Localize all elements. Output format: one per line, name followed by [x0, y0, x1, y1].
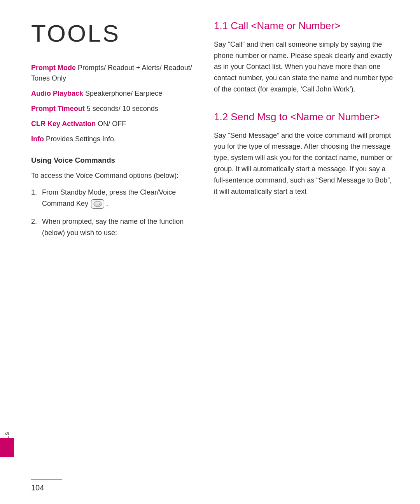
- feature-prompt-timeout: Prompt Timeout 5 seconds/ 10 seconds: [31, 104, 194, 114]
- footer: 104: [31, 479, 397, 493]
- clr-key-text: ON/ OFF: [96, 120, 126, 128]
- feature-audio-playback: Audio Playback Speakerphone/ Earpiece: [31, 88, 194, 99]
- page-container: TOOLS TOOLS Prompt Mode Prompts/ Readout…: [0, 0, 420, 504]
- section-1-2-title: 1.2 Send Msg to <Name or Number>: [214, 111, 397, 124]
- main-content: TOOLS Prompt Mode Prompts/ Readout + Ale…: [0, 0, 420, 504]
- sidebar-area: TOOLS: [0, 175, 14, 457]
- clr-key-label: CLR Key Activation: [31, 120, 96, 128]
- voice-intro-text: To access the Voice Command options (bel…: [31, 170, 194, 181]
- voice-commands-section: Using Voice Commands To access the Voice…: [31, 156, 194, 239]
- step-1-period: .: [106, 200, 108, 207]
- step-2-text: When prompted, say the name of the funct…: [42, 218, 184, 237]
- feature-info: Info Provides Settings Info.: [31, 134, 194, 144]
- section-1-1-title: 1.1 Call <Name or Number>: [214, 19, 397, 33]
- clr-key-icon: CLR: [91, 199, 104, 209]
- left-column: TOOLS Prompt Mode Prompts/ Readout + Ale…: [31, 19, 194, 481]
- prompt-mode-label: Prompt Mode: [31, 64, 76, 72]
- footer-line: [31, 479, 62, 480]
- steps-list: From Standby Mode, press the Clear/Voice…: [31, 187, 194, 239]
- prompt-timeout-text: 5 seconds/ 10 seconds: [85, 105, 158, 112]
- right-column: 1.1 Call <Name or Number> Say “Call” and…: [214, 19, 397, 481]
- svg-text:CLR: CLR: [94, 203, 101, 206]
- section-1-1-body: Say “Call” and then call someone simply …: [214, 39, 397, 95]
- audio-playback-text: Speakerphone/ Earpiece: [83, 90, 162, 97]
- page-number: 104: [31, 483, 397, 492]
- step-1: From Standby Mode, press the Clear/Voice…: [31, 187, 194, 209]
- feature-prompt-mode: Prompt Mode Prompts/ Readout + Alerts/ R…: [31, 63, 194, 84]
- prompt-timeout-label: Prompt Timeout: [31, 105, 85, 112]
- voice-commands-heading: Using Voice Commands: [31, 156, 194, 165]
- step-2: When prompted, say the name of the funct…: [31, 216, 194, 239]
- info-text: Provides Settings Info.: [44, 135, 116, 143]
- info-label: Info: [31, 135, 44, 143]
- section-1-1: 1.1 Call <Name or Number> Say “Call” and…: [214, 19, 397, 95]
- feature-list: Prompt Mode Prompts/ Readout + Alerts/ R…: [31, 63, 194, 144]
- section-1-2-body: Say “Send Message” and the voice command…: [214, 130, 397, 197]
- sidebar-pink-bar: [0, 438, 14, 457]
- page-title: TOOLS: [31, 19, 194, 47]
- section-1-2: 1.2 Send Msg to <Name or Number> Say “Se…: [214, 111, 397, 197]
- step-1-text: From Standby Mode, press the Clear/Voice…: [42, 188, 176, 207]
- feature-clr-key: CLR Key Activation ON/ OFF: [31, 119, 194, 129]
- audio-playback-label: Audio Playback: [31, 90, 83, 97]
